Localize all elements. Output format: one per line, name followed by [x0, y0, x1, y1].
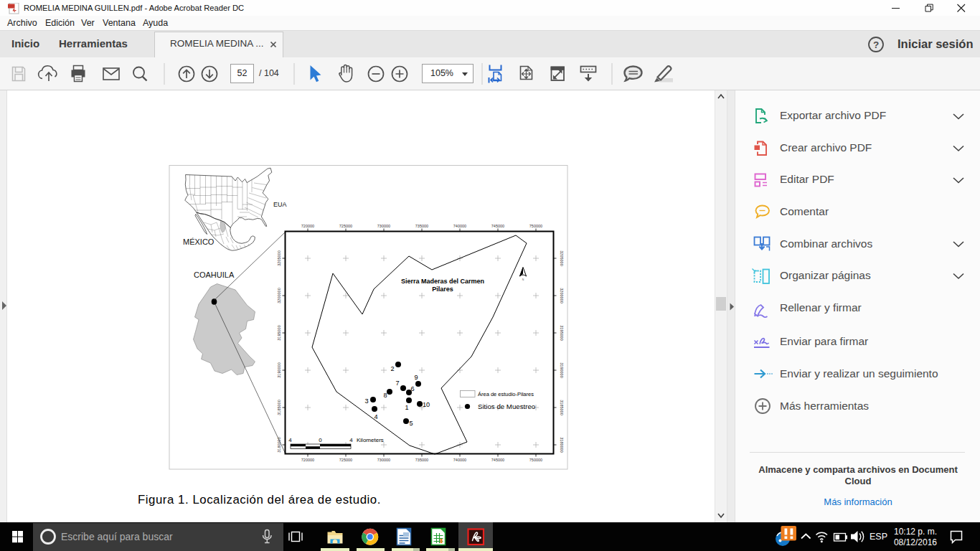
svg-text:EUA: EUA — [273, 201, 287, 208]
svg-text:735000: 735000 — [415, 458, 428, 462]
svg-text:Sitios de Muestreo: Sitios de Muestreo — [478, 402, 535, 410]
svg-text:750000: 750000 — [529, 458, 542, 462]
svg-text:Pilares: Pilares — [432, 286, 453, 293]
svg-text:COAHUILA: COAHUILA — [194, 270, 235, 279]
svg-text:730000: 730000 — [377, 458, 390, 462]
svg-text:6: 6 — [410, 385, 414, 392]
svg-text:3180000: 3180000 — [277, 437, 281, 452]
svg-text:750000: 750000 — [529, 224, 542, 228]
svg-text:7: 7 — [395, 380, 399, 387]
svg-text:3195000: 3195000 — [560, 325, 564, 340]
svg-text:3185000: 3185000 — [560, 400, 564, 415]
svg-text:720000: 720000 — [301, 224, 314, 228]
svg-text:10: 10 — [423, 401, 430, 408]
svg-text:2: 2 — [390, 365, 394, 372]
svg-text:3: 3 — [364, 397, 368, 405]
svg-text:3190000: 3190000 — [560, 362, 564, 377]
svg-text:8: 8 — [383, 392, 387, 399]
svg-text:3200000: 3200000 — [560, 288, 564, 303]
svg-text:Sierra Maderas del Carmen: Sierra Maderas del Carmen — [401, 278, 484, 285]
svg-text:?: ? — [873, 39, 879, 50]
svg-text:3205000: 3205000 — [277, 250, 281, 265]
svg-text:3195000: 3195000 — [277, 325, 281, 340]
svg-text:3180000: 3180000 — [560, 437, 564, 452]
svg-text:3190000: 3190000 — [277, 362, 281, 377]
svg-text:Área de estudio-Pilares: Área de estudio-Pilares — [478, 391, 534, 397]
svg-text:725000: 725000 — [339, 224, 352, 228]
svg-text:Kilometers: Kilometers — [357, 437, 384, 443]
svg-text:3200000: 3200000 — [277, 288, 281, 303]
svg-text:740000: 740000 — [453, 224, 466, 228]
svg-text:4: 4 — [288, 437, 292, 443]
svg-text:730000: 730000 — [377, 224, 390, 228]
svg-text:740000: 740000 — [453, 458, 466, 462]
svg-text:745000: 745000 — [491, 224, 504, 228]
svg-text:0: 0 — [319, 437, 322, 443]
svg-text:745000: 745000 — [491, 458, 504, 462]
svg-text:735000: 735000 — [415, 224, 428, 228]
svg-text:4: 4 — [349, 437, 353, 443]
svg-text:MÉXICO: MÉXICO — [183, 237, 215, 246]
svg-text:720000: 720000 — [301, 458, 314, 462]
svg-text:3205000: 3205000 — [560, 250, 564, 265]
svg-text:5: 5 — [409, 420, 413, 427]
svg-text:9: 9 — [414, 374, 418, 381]
svg-text:3185000: 3185000 — [277, 400, 281, 415]
svg-text:4: 4 — [374, 413, 377, 420]
svg-text:725000: 725000 — [339, 458, 352, 462]
svg-text:1: 1 — [405, 404, 408, 411]
